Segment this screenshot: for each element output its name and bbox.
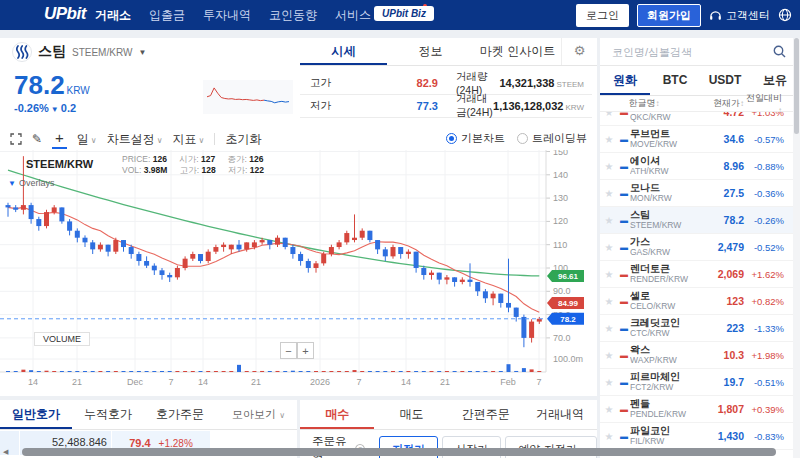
coin-row[interactable]: ★▬왁스WAXP/KRW10.3+1.98%: [600, 342, 800, 369]
radio-basic-chart[interactable]: 기본차트: [446, 131, 505, 146]
vertical-scrollbar[interactable]: [793, 38, 800, 458]
collapse-toggle[interactable]: 모아보기 ∨: [232, 400, 297, 429]
tab-krw[interactable]: 원화: [600, 66, 650, 95]
coin-row[interactable]: ★▬가스GAS/KRW2,479-0.52%: [600, 234, 800, 261]
price-chart[interactable]: 15014013012011010090.080.070.01421Dec714…: [0, 150, 597, 396]
svg-text:110: 110: [553, 240, 567, 250]
tab-price[interactable]: 시세: [300, 38, 387, 65]
indicator-dropdown[interactable]: 지표∨: [173, 131, 205, 148]
tab-easy-order[interactable]: 간편주문: [449, 400, 523, 429]
favorite-star-icon[interactable]: ★: [600, 112, 618, 118]
coin-row[interactable]: ★▬펜들PENDLE/KRW1,807+0.39%: [600, 396, 800, 423]
tab-trade-history[interactable]: 거래내역: [523, 400, 597, 429]
mini-chart-icon[interactable]: ▬: [618, 243, 630, 252]
favorite-star-icon[interactable]: ★: [600, 215, 618, 226]
overlays-toggle[interactable]: ▼Overlays: [8, 178, 54, 188]
search-icon[interactable]: [773, 45, 786, 58]
favorite-star-icon[interactable]: ★: [600, 134, 618, 145]
svg-text:21: 21: [251, 377, 261, 387]
gear-icon[interactable]: ⚙: [561, 38, 597, 65]
col-price[interactable]: 현재가↕: [688, 97, 744, 110]
tab-buy[interactable]: 매수: [300, 400, 374, 429]
tab-usdt[interactable]: USDT: [700, 66, 750, 95]
col-name[interactable]: 한글명↕: [600, 97, 688, 110]
favorite-star-icon[interactable]: ★: [600, 242, 618, 253]
nav-item-exchange[interactable]: 거래소: [95, 7, 131, 24]
chart-ohlc-info: PRICE: 126 시가: 127 종가: 126 VOL: 3.98M 고가…: [122, 154, 274, 176]
nav-item-deposit[interactable]: 입출금: [149, 7, 185, 24]
tab-market-insight[interactable]: 마켓 인사이트: [474, 38, 561, 65]
globe-icon[interactable]: [778, 8, 792, 22]
coin-row[interactable]: ★▬쿼크체인QKC/KRW4.72+1.03%: [600, 112, 800, 126]
chart-settings-dropdown[interactable]: 차트설정∨: [107, 131, 163, 148]
add-indicator-icon[interactable]: +: [52, 129, 67, 149]
tab-general-orderbook[interactable]: 일반호가: [0, 400, 72, 429]
favorite-star-icon[interactable]: ★: [600, 161, 618, 172]
interval-dropdown[interactable]: 일∨: [77, 131, 97, 148]
nav-item-investments[interactable]: 투자내역: [203, 7, 251, 24]
horizontal-scrollbar[interactable]: [22, 448, 776, 456]
mini-chart-icon[interactable]: ▬: [618, 216, 630, 225]
zoom-out-button[interactable]: −: [280, 342, 297, 359]
coin-list-header: 한글명↕ 현재가↕ 전일대비↕: [600, 96, 800, 112]
tab-info[interactable]: 정보: [387, 38, 474, 65]
coin-names: 파일코인FIL/KRW: [630, 426, 692, 445]
mini-chart-icon[interactable]: ▬: [618, 405, 630, 414]
coin-row[interactable]: ★▬렌더토큰RENDER/KRW2,069+1.62%: [600, 261, 800, 288]
favorite-star-icon[interactable]: ★: [600, 404, 618, 415]
zoom-in-button[interactable]: +: [297, 342, 314, 359]
mini-chart-icon[interactable]: ▬: [618, 324, 630, 333]
coin-row[interactable]: ★▬셀로CELO/KRW123+0.82%: [600, 288, 800, 315]
mini-chart-icon[interactable]: ▬: [618, 112, 630, 117]
draw-pencil-icon[interactable]: ✎: [32, 132, 42, 146]
favorite-star-icon[interactable]: ★: [600, 350, 618, 361]
mini-chart-icon[interactable]: ▬: [618, 432, 630, 441]
favorite-star-icon[interactable]: ★: [600, 296, 618, 307]
coin-list: ★▬쿼크체인QKC/KRW4.72+1.03%★▬무브먼트MOVE/KRW34.…: [600, 112, 800, 458]
coin-row[interactable]: ★▬무브먼트MOVE/KRW34.6-0.57%: [600, 126, 800, 153]
tab-btc[interactable]: BTC: [650, 66, 700, 95]
vertical-scrollbar-thumb[interactable]: [794, 38, 799, 134]
radio-tradingview[interactable]: 트레이딩뷰: [517, 131, 587, 146]
coin-row[interactable]: ★▬스팀STEEM/KRW78.2-0.26%: [600, 207, 800, 234]
favorite-star-icon[interactable]: ★: [600, 377, 618, 388]
signup-button[interactable]: 회원가입: [637, 4, 701, 27]
tab-cumulative-orderbook[interactable]: 누적호가: [72, 400, 144, 429]
tab-orderbook-order[interactable]: 호가주문: [144, 400, 216, 429]
coin-row[interactable]: ★▬피르마체인FCT2/KRW19.7-0.51%: [600, 369, 800, 396]
scroll-left-arrow-icon[interactable]: ◀: [3, 448, 8, 456]
mini-chart-icon[interactable]: ▬: [618, 135, 630, 144]
coin-row[interactable]: ★▬크레딧코인CTC/KRW223-1.33%: [600, 315, 800, 342]
favorite-star-icon[interactable]: ★: [600, 323, 618, 334]
coin-row[interactable]: ★▬에이셔ATH/KRW8.96-0.88%: [600, 153, 800, 180]
reset-button[interactable]: 초기화: [225, 131, 261, 148]
upbit-biz-badge[interactable]: UPbit Biz: [374, 6, 434, 21]
mini-chart-icon[interactable]: ▬: [618, 162, 630, 171]
market-tabs: 시세 정보 마켓 인사이트 ⚙: [300, 38, 597, 66]
favorite-star-icon[interactable]: ★: [600, 269, 618, 280]
mini-chart-icon[interactable]: ▬: [618, 270, 630, 279]
coin-change: -0.36%: [744, 188, 792, 199]
nav-item-trends[interactable]: 코인동향: [269, 7, 317, 24]
svg-text:84.99: 84.99: [558, 299, 579, 308]
fullscreen-icon[interactable]: [10, 133, 22, 145]
favorite-star-icon[interactable]: ★: [600, 188, 618, 199]
nav-right: 로그인 회원가입 고객센터: [576, 0, 792, 30]
search-input[interactable]: [600, 38, 800, 65]
coin-price: 10.3: [692, 349, 744, 361]
mini-chart-icon[interactable]: ▬: [618, 189, 630, 198]
login-button[interactable]: 로그인: [576, 4, 629, 27]
mini-chart-icon[interactable]: ▬: [618, 351, 630, 360]
coin-row[interactable]: ★▬파일코인FIL/KRW1,430-0.83%: [600, 423, 800, 450]
upbit-logo[interactable]: UPbit: [44, 4, 86, 24]
favorite-star-icon[interactable]: ★: [600, 431, 618, 442]
mini-chart-icon[interactable]: ▬: [618, 297, 630, 306]
tab-sell[interactable]: 매도: [374, 400, 448, 429]
coin-select-caret-icon[interactable]: ▼: [138, 48, 146, 57]
support-link[interactable]: 고객센터: [709, 8, 770, 23]
svg-text:90.0: 90.0: [553, 286, 571, 296]
coin-names: 펜들PENDLE/KRW: [630, 399, 692, 418]
coin-row[interactable]: ★▬모나드MON/KRW27.5-0.36%: [600, 180, 800, 207]
mini-chart-icon[interactable]: ▬: [618, 378, 630, 387]
search-row: [600, 38, 800, 66]
